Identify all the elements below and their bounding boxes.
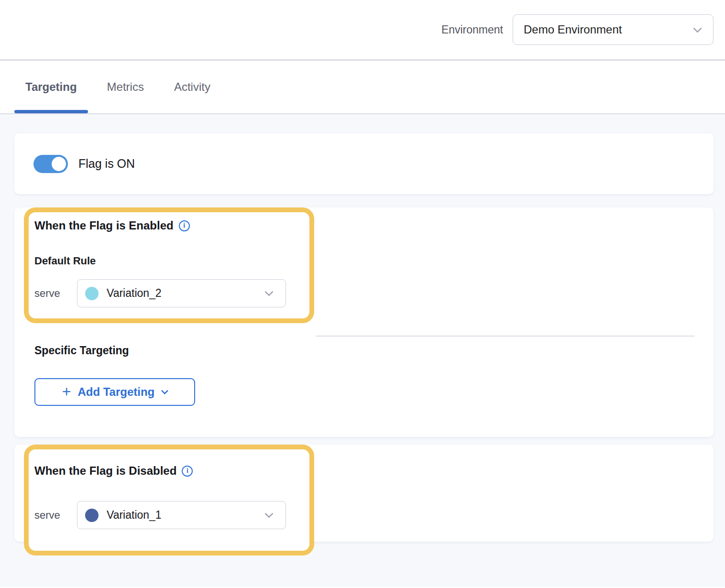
default-rule-label: Default Rule [34,254,304,268]
variation-select-value: Variation_1 [107,509,266,522]
flag-status-card: Flag is ON [14,133,714,194]
disabled-variation-select[interactable]: Variation_1 [77,501,286,529]
environment-label: Environment [441,23,503,36]
tab-targeting[interactable]: Targeting [14,61,88,113]
flag-toggle[interactable] [33,155,68,173]
chevron-down-icon [161,387,169,394]
flag-enabled-rules-card: When the Flag is Enabled i Default Rule … [14,207,714,437]
disabled-rule-highlight: When the Flag is Disabled i serve Variat… [24,445,314,555]
variation-select-value: Variation_2 [107,287,266,300]
targeting-panel: Flag is ON When the Flag is Enabled i De… [0,114,725,587]
plus-icon: + [62,384,71,399]
add-targeting-button[interactable]: + Add Targeting [34,378,195,406]
tab-metrics[interactable]: Metrics [96,61,155,113]
variation-color-dot [85,509,99,522]
enabled-section-title-text: When the Flag is Enabled [34,218,174,233]
specific-targeting-label: Specific Targeting [34,344,714,357]
serve-label: serve [34,287,77,300]
environment-select-value: Demo Environment [524,23,622,36]
disabled-section-title-text: When the Flag is Disabled [34,464,176,478]
info-icon[interactable]: i [179,220,190,231]
environment-select[interactable]: Demo Environment [513,14,714,45]
tab-bar: Targeting Metrics Activity [0,61,725,114]
chevron-down-icon [693,24,702,33]
tab-list: Targeting Metrics Activity [14,61,221,113]
default-rule-serve-row: serve Variation_2 [34,279,304,307]
enabled-section-title: When the Flag is Enabled i [34,218,304,233]
page-header: Environment Demo Environment [0,0,725,61]
add-targeting-button-label: Add Targeting [77,385,154,399]
flag-disabled-rules-card: When the Flag is Disabled i serve Variat… [14,445,714,542]
tab-metrics-label: Metrics [107,80,144,94]
variation-color-dot [85,287,99,300]
chevron-down-icon [264,287,273,296]
disabled-serve-row: serve Variation_1 [34,501,304,529]
chevron-down-icon [264,509,273,518]
tab-activity[interactable]: Activity [163,61,221,113]
flag-status-label: Flag is ON [78,157,135,171]
enabled-rule-highlight: When the Flag is Enabled i Default Rule … [24,207,314,323]
tab-targeting-label: Targeting [25,80,77,94]
default-rule-variation-select[interactable]: Variation_2 [77,279,286,307]
section-divider [316,336,694,337]
tab-activity-label: Activity [174,80,210,94]
disabled-section-title: When the Flag is Disabled i [34,464,304,478]
info-icon[interactable]: i [182,466,193,477]
flag-toggle-knob [52,157,66,171]
serve-label: serve [34,509,77,522]
